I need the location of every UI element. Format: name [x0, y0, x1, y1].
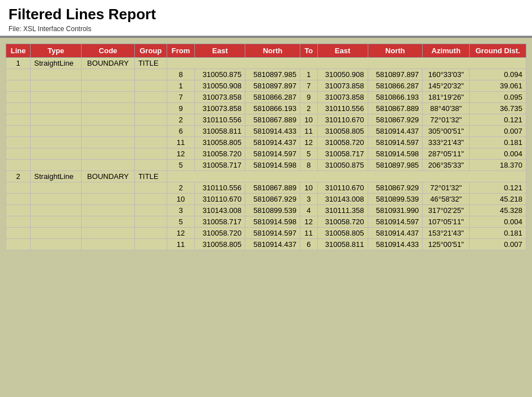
group-code: BOUNDARY — [82, 58, 135, 69]
from-val: 2 — [167, 182, 195, 194]
col-type: Type — [31, 44, 82, 58]
azimuth-val: 153°21'43" — [423, 228, 470, 239]
col-from-north: North — [245, 44, 300, 58]
col-from-east: East — [195, 44, 245, 58]
to-val: 12 — [300, 216, 317, 228]
to-val: 2 — [300, 103, 317, 114]
from-north-val: 5810897.985 — [245, 69, 300, 80]
group-line: 2 — [6, 171, 31, 182]
azimuth-val: 317°02'25" — [423, 205, 470, 216]
group-line: 1 — [6, 58, 31, 69]
from-east-val: 310143.008 — [195, 205, 245, 216]
to-east-val: 310110.670 — [317, 114, 368, 126]
ground-dist-val: 0.007 — [470, 239, 526, 250]
to-east-val: 310110.556 — [317, 103, 368, 114]
from-val: 11 — [167, 239, 195, 250]
from-val: 11 — [167, 137, 195, 148]
to-val: 9 — [300, 92, 317, 103]
from-val: 2 — [167, 114, 195, 126]
azimuth-val: 72°01'32" — [423, 182, 470, 194]
ground-dist-val: 0.181 — [470, 137, 526, 148]
to-val: 4 — [300, 205, 317, 216]
to-north-val: 5810914.437 — [368, 228, 423, 239]
from-east-val: 310058.805 — [195, 137, 245, 148]
to-north-val: 5810914.597 — [368, 137, 423, 148]
azimuth-val: 181°19'26" — [423, 92, 470, 103]
col-ground-dist: Ground Dist. — [470, 44, 526, 58]
table-row: 3 310143.008 5810899.539 4 310111.358 58… — [6, 205, 526, 216]
azimuth-val: 287°05'11" — [423, 148, 470, 160]
azimuth-val: 46°58'32" — [423, 194, 470, 205]
azimuth-val: 333°21'43" — [423, 137, 470, 148]
from-val: 5 — [167, 160, 195, 171]
col-to: To — [300, 44, 317, 58]
table-container: Line Type Code Group From East North To … — [0, 38, 532, 256]
table-row: 7 310073.858 5810866.287 9 310073.858 58… — [6, 92, 526, 103]
from-north-val: 5810867.889 — [245, 114, 300, 126]
to-north-val: 5810867.889 — [368, 103, 423, 114]
to-val: 8 — [300, 160, 317, 171]
from-val: 12 — [167, 228, 195, 239]
table-row: 2 310110.556 5810867.889 10 310110.670 5… — [6, 114, 526, 126]
from-val: 5 — [167, 216, 195, 228]
to-north-val: 5810914.437 — [368, 126, 423, 137]
azimuth-val: 88°40'38" — [423, 103, 470, 114]
col-group: Group — [135, 44, 167, 58]
to-east-val: 310050.875 — [317, 160, 368, 171]
from-val: 8 — [167, 69, 195, 80]
col-azimuth: Azimuth — [423, 44, 470, 58]
ground-dist-val: 39.061 — [470, 80, 526, 92]
to-north-val: 5810866.287 — [368, 80, 423, 92]
azimuth-val: 206°35'33" — [423, 160, 470, 171]
ground-dist-val: 0.095 — [470, 92, 526, 103]
to-east-val: 310050.908 — [317, 69, 368, 80]
to-north-val: 5810914.597 — [368, 216, 423, 228]
col-from: From — [167, 44, 195, 58]
ground-dist-val: 45.218 — [470, 194, 526, 205]
azimuth-val: 145°20'32" — [423, 80, 470, 92]
ground-dist-val: 36.735 — [470, 103, 526, 114]
from-east-val: 310073.858 — [195, 92, 245, 103]
table-row: 11 310058.805 5810914.437 12 310058.720 … — [6, 137, 526, 148]
to-val: 6 — [300, 239, 317, 250]
from-east-val: 310050.875 — [195, 69, 245, 80]
from-north-val: 5810914.598 — [245, 160, 300, 171]
to-val: 3 — [300, 194, 317, 205]
to-val: 11 — [300, 228, 317, 239]
from-north-val: 5810866.287 — [245, 92, 300, 103]
col-code: Code — [82, 44, 135, 58]
table-row: 1 310050.908 5810897.897 7 310073.858 58… — [6, 80, 526, 92]
from-val: 10 — [167, 194, 195, 205]
from-north-val: 5810914.437 — [245, 239, 300, 250]
col-to-east: East — [317, 44, 368, 58]
to-north-val: 5810897.897 — [368, 69, 423, 80]
from-val: 7 — [167, 92, 195, 103]
table-row: 8 310050.875 5810897.985 1 310050.908 58… — [6, 69, 526, 80]
group-group: TITLE — [135, 171, 167, 182]
from-east-val: 310058.811 — [195, 126, 245, 137]
group-header-row: 2 StraightLine BOUNDARY TITLE — [6, 171, 526, 182]
table-row: 9 310073.858 5810866.193 2 310110.556 58… — [6, 103, 526, 114]
from-north-val: 5810914.437 — [245, 137, 300, 148]
table-row: 2 310110.556 5810867.889 10 310110.670 5… — [6, 182, 526, 194]
from-val: 3 — [167, 205, 195, 216]
table-row: 12 310058.720 5810914.597 5 310058.717 5… — [6, 148, 526, 160]
azimuth-val: 125°00'51" — [423, 239, 470, 250]
from-north-val: 5810914.433 — [245, 126, 300, 137]
to-east-val: 310058.805 — [317, 126, 368, 137]
page-title: Filtered Lines Report — [8, 6, 524, 23]
group-type: StraightLine — [31, 171, 82, 182]
from-east-val: 310050.908 — [195, 80, 245, 92]
ground-dist-val: 0.121 — [470, 114, 526, 126]
from-north-val: 5810867.889 — [245, 182, 300, 194]
to-east-val: 310073.858 — [317, 80, 368, 92]
to-east-val: 310058.717 — [317, 148, 368, 160]
table-row: 5 310058.717 5810914.598 12 310058.720 5… — [6, 216, 526, 228]
from-east-val: 310058.720 — [195, 228, 245, 239]
azimuth-val: 305°00'51" — [423, 126, 470, 137]
from-north-val: 5810866.193 — [245, 103, 300, 114]
to-val: 5 — [300, 148, 317, 160]
to-east-val: 310058.811 — [317, 239, 368, 250]
ground-dist-val: 0.094 — [470, 69, 526, 80]
from-east-val: 310110.670 — [195, 194, 245, 205]
